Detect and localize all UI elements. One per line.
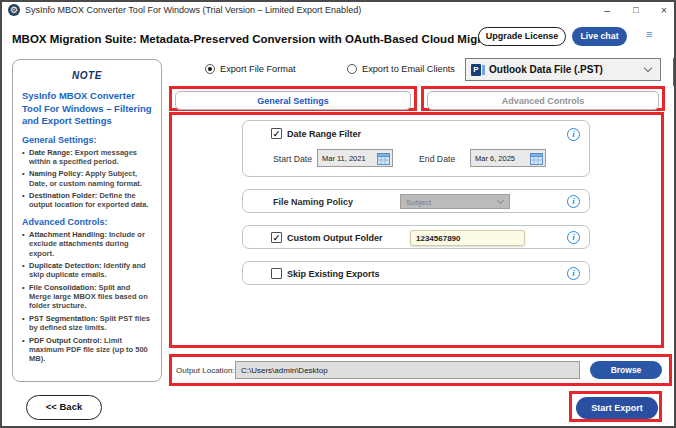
- radio-export-file-format[interactable]: [205, 64, 215, 74]
- list-item: Duplicate Detection: Identify and skip d…: [22, 261, 152, 280]
- skip-existing-checkbox[interactable]: [271, 268, 282, 279]
- tab-general-settings[interactable]: General Settings: [175, 91, 411, 110]
- list-item: Attachment Handling: Include or exclude …: [22, 230, 152, 258]
- note-title: NOTE: [22, 70, 152, 81]
- custom-output-card: ✓ Custom Output Folder i: [242, 225, 590, 249]
- note-subtitle: SysInfo MBOX Converter Tool For Windows …: [22, 90, 152, 128]
- note-heading-advanced: Advanced Controls:: [22, 217, 152, 227]
- info-icon[interactable]: i: [567, 128, 580, 141]
- annotation-box-advanced-tab: Advanced Controls: [421, 86, 665, 111]
- annotation-box-output: Output Location: Browse: [169, 354, 672, 386]
- file-naming-label: File Naming Policy: [273, 197, 353, 207]
- radio-export-file-format-label: Export File Format: [220, 64, 296, 74]
- tab-advanced-controls[interactable]: Advanced Controls: [427, 91, 659, 110]
- export-format-dropdown[interactable]: P Outlook Data File (.PST): [465, 58, 661, 81]
- maximize-button[interactable]: □: [626, 2, 646, 19]
- end-date-input[interactable]: Mar 6, 2025: [470, 149, 546, 167]
- hamburger-menu-icon[interactable]: ≡: [646, 28, 652, 40]
- annotation-box-settings: ✓ Date Range Filter i Start Date Mar 11,…: [169, 112, 664, 348]
- close-button[interactable]: ×: [654, 2, 674, 19]
- calendar-icon[interactable]: [377, 152, 390, 165]
- chevron-down-icon: [644, 64, 652, 72]
- end-date-label: End Date: [419, 154, 455, 164]
- date-range-card: ✓ Date Range Filter i Start Date Mar 11,…: [242, 120, 590, 177]
- info-icon[interactable]: i: [567, 231, 580, 244]
- title-bar: ⚙ SysInfo MBOX Converter Tool For Window…: [2, 2, 674, 20]
- app-window: ⚙ SysInfo MBOX Converter Tool For Window…: [0, 0, 676, 428]
- calendar-icon[interactable]: [530, 152, 543, 165]
- skip-existing-label: Skip Existing Exports: [287, 269, 380, 279]
- list-item: PDF Output Control: Limit maximum PDF fi…: [22, 336, 152, 364]
- minimize-button[interactable]: –: [597, 2, 617, 19]
- output-path-input[interactable]: [235, 361, 580, 379]
- chevron-down-icon: [497, 197, 504, 204]
- radio-export-to-email-label: Export to Email Clients: [362, 64, 455, 74]
- list-item: PST Segmentation: Split PST files by def…: [22, 314, 152, 333]
- note-list-advanced: Attachment Handling: Include or exclude …: [22, 230, 152, 364]
- radio-selected-dot: [208, 67, 212, 71]
- start-date-input[interactable]: Mar 11, 2021: [317, 149, 393, 167]
- start-export-button[interactable]: Start Export: [576, 397, 658, 419]
- date-range-checkbox[interactable]: ✓: [271, 128, 282, 139]
- date-range-label: Date Range Filter: [287, 129, 361, 139]
- back-button[interactable]: << Back: [26, 395, 102, 420]
- list-item: Destination Folder: Define the output lo…: [22, 191, 152, 210]
- file-naming-dropdown[interactable]: Subject: [400, 194, 510, 209]
- info-icon[interactable]: i: [567, 267, 580, 280]
- browse-button[interactable]: Browse: [590, 361, 662, 379]
- annotation-box-general-tab: General Settings: [169, 86, 417, 111]
- start-date-label: Start Date: [273, 154, 312, 164]
- app-logo-icon: ⚙: [8, 4, 20, 16]
- outlook-pst-icon: P: [471, 64, 485, 76]
- export-format-value: Outlook Data File (.PST): [489, 64, 603, 75]
- note-list-general: Date Range: Export messages within a spe…: [22, 148, 152, 210]
- radio-export-to-email[interactable]: [347, 64, 357, 74]
- window-title: SysInfo MBOX Converter Tool For Windows …: [25, 5, 361, 15]
- skip-existing-card: Skip Existing Exports i: [242, 261, 590, 285]
- output-location-label: Output Location:: [176, 366, 235, 375]
- live-chat-button[interactable]: Live chat: [572, 27, 627, 46]
- annotation-box-start-export: Start Export: [569, 391, 662, 422]
- custom-output-checkbox[interactable]: ✓: [271, 232, 282, 243]
- list-item: File Consolidation: Split and Merge larg…: [22, 283, 152, 311]
- page-title: MBOX Migration Suite: Metadata-Preserved…: [12, 33, 512, 45]
- list-item: Date Range: Export messages within a spe…: [22, 148, 152, 167]
- list-item: Naming Policy: Apply Subject, Date, or c…: [22, 169, 152, 188]
- file-naming-card: File Naming Policy Subject i: [242, 189, 590, 213]
- custom-output-input[interactable]: [410, 230, 525, 246]
- upgrade-license-button[interactable]: Upgrade License: [478, 27, 566, 46]
- note-panel: NOTE SysInfo MBOX Converter Tool For Win…: [12, 59, 162, 382]
- info-icon[interactable]: i: [567, 195, 580, 208]
- note-heading-general: General Settings:: [22, 135, 152, 145]
- custom-output-label: Custom Output Folder: [287, 233, 383, 243]
